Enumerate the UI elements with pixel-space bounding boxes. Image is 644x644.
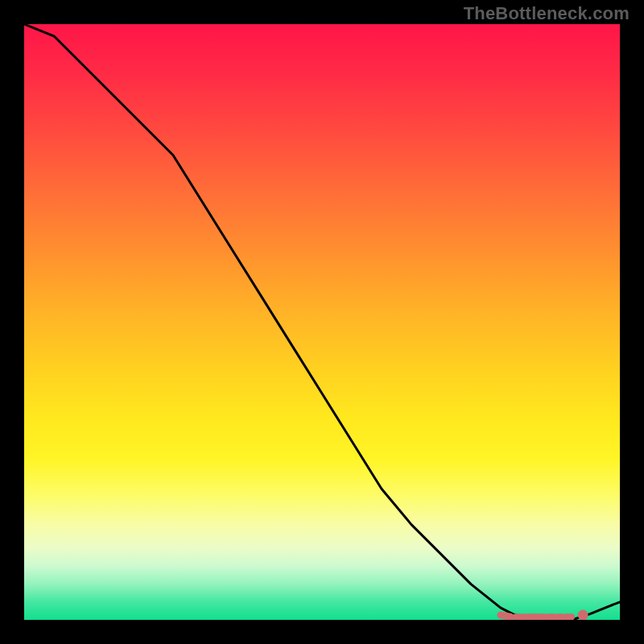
bottleneck-curve <box>24 24 620 620</box>
watermark-text: TheBottleneck.com <box>464 3 630 24</box>
optimum-band <box>501 615 510 617</box>
plot-area <box>24 24 620 620</box>
chart-overlay <box>24 24 620 620</box>
optimum-dot <box>578 610 588 620</box>
chart-stage: TheBottleneck.com <box>0 0 644 644</box>
